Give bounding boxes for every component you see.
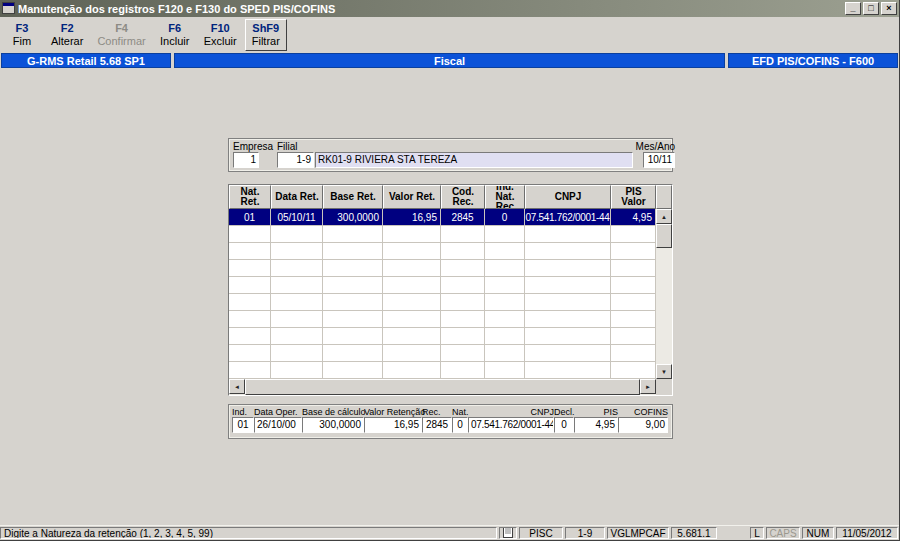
app-icon bbox=[2, 2, 15, 16]
app-product-label: G-RMS Retail 5.68 SP1 bbox=[1, 53, 171, 68]
toolbar-button-excluir[interactable]: F10 Excluir bbox=[198, 19, 243, 51]
toolbar-key: F4 bbox=[115, 22, 128, 35]
toolbar-key: F6 bbox=[168, 22, 181, 35]
app-header: G-RMS Retail 5.68 SP1 Fiscal EFD PIS/COF… bbox=[0, 53, 899, 68]
toolbar-key: F3 bbox=[16, 22, 29, 35]
empresa-column: Empresa 1 bbox=[233, 141, 273, 168]
nat-field[interactable]: 0 bbox=[452, 417, 468, 433]
toolbar-button-fim[interactable]: F3 Fim bbox=[1, 19, 43, 51]
editor-column: Decl. 0 bbox=[554, 407, 574, 433]
grid-column-header[interactable]: Data Ret. bbox=[271, 185, 323, 209]
toolbar-label: Excluir bbox=[204, 35, 237, 48]
record-editor: Ind. 01 Data Oper. 26/10/00 Base de cálc… bbox=[228, 404, 673, 439]
grid-column-header[interactable]: PIS Valor bbox=[611, 185, 656, 209]
maximize-button[interactable]: □ bbox=[863, 2, 879, 15]
scroll-up-button[interactable]: ▲ bbox=[656, 209, 672, 224]
scroll-left-button[interactable]: ◄ bbox=[229, 379, 245, 394]
grid-empty-row bbox=[229, 345, 656, 362]
vertical-scrollbar[interactable]: ▲ ▼ bbox=[656, 185, 672, 379]
cofins-label: COFINS bbox=[618, 407, 668, 417]
editor-column: COFINS 9,00 bbox=[618, 407, 668, 433]
data-oper-label: Data Oper. bbox=[254, 407, 302, 417]
records-grid: Nat. Ret. Data Ret. Base Ret. Valor Ret.… bbox=[228, 184, 673, 396]
statusbar: Digite a Natureza da retenção (1, 2, 3, … bbox=[0, 525, 900, 540]
scroll-right-button[interactable]: ► bbox=[640, 379, 656, 394]
scroll-down-button[interactable]: ▼ bbox=[656, 364, 672, 379]
cnpj-label: CNPJ bbox=[468, 407, 554, 417]
editor-column: Rec. 2845 bbox=[422, 407, 452, 433]
filial-code-field[interactable]: 1-9 bbox=[277, 152, 314, 168]
status-panel-module: PISC bbox=[519, 527, 563, 539]
valor-retencao-label: Valor Retenção bbox=[364, 407, 422, 417]
toolbar-label: Incluir bbox=[160, 35, 189, 48]
status-date: 11/05/2012 bbox=[836, 527, 898, 539]
grid-cell: 300,0000 bbox=[323, 209, 383, 226]
decl-label: Decl. bbox=[554, 407, 574, 417]
window-controls: _ □ × bbox=[845, 2, 897, 15]
editor-column: Nat. 0 bbox=[452, 407, 468, 433]
num-lock-indicator: NUM bbox=[802, 527, 834, 539]
empresa-label: Empresa bbox=[233, 141, 273, 152]
grid-empty-row bbox=[229, 294, 656, 311]
valor-retencao-field[interactable]: 16,95 bbox=[364, 417, 422, 433]
grid-cell: 07.541.762/0001-44 bbox=[525, 209, 611, 226]
rec-field[interactable]: 2845 bbox=[422, 417, 452, 433]
grid-empty-row bbox=[229, 226, 656, 243]
minimize-button[interactable]: _ bbox=[845, 2, 861, 15]
vertical-scroll-track[interactable] bbox=[656, 248, 672, 364]
toolbar-label: Confirmar bbox=[97, 35, 145, 48]
toolbar-label: Filtrar bbox=[252, 35, 280, 48]
base-calculo-label: Base de cálculo bbox=[302, 407, 364, 417]
cofins-field[interactable]: 9,00 bbox=[618, 417, 668, 433]
ind-field[interactable]: 01 bbox=[232, 417, 254, 433]
status-panel-user: VGLMPCAF bbox=[607, 527, 669, 539]
editor-column: Valor Retenção 16,95 bbox=[364, 407, 422, 433]
document-icon bbox=[503, 527, 513, 539]
titlebar: Manutenção dos registros F120 e F130 do … bbox=[0, 0, 899, 17]
mes-ano-field[interactable]: 10/11 bbox=[643, 152, 675, 168]
filial-column: Filial 1-9 RK01-9 RIVIERA STA TEREZA bbox=[277, 141, 633, 168]
grid-column-header[interactable]: Base Ret. bbox=[323, 185, 383, 209]
grid-cell: 0 bbox=[485, 209, 525, 226]
base-calculo-field[interactable]: 300,0000 bbox=[302, 417, 364, 433]
toolbar-button-filtrar[interactable]: ShF9 Filtrar bbox=[245, 19, 287, 51]
grid-cell: 2845 bbox=[441, 209, 485, 226]
toolbar-button-alterar[interactable]: F2 Alterar bbox=[45, 19, 89, 51]
toolbar-button-incluir[interactable]: F6 Incluir bbox=[154, 19, 196, 51]
editor-column: PIS 4,95 bbox=[574, 407, 618, 433]
grid-empty-row bbox=[229, 362, 656, 379]
filter-group: Empresa 1 Filial 1-9 RK01-9 RIVIERA STA … bbox=[228, 138, 673, 172]
close-button[interactable]: × bbox=[881, 2, 897, 15]
grid-column-header[interactable]: Cod. Rec. bbox=[441, 185, 485, 209]
horizontal-scrollbar[interactable]: ◄ ► bbox=[229, 379, 656, 395]
grid-header-cap bbox=[656, 185, 672, 209]
toolbar: F3 Fim F2 Alterar F4 Confirmar F6 Inclui… bbox=[0, 17, 899, 53]
window-title: Manutenção dos registros F120 e F130 do … bbox=[18, 3, 842, 15]
toolbar-button-confirmar: F4 Confirmar bbox=[91, 19, 151, 51]
status-filler bbox=[719, 527, 748, 539]
grid-row-selected[interactable]: 01 05/10/11 300,0000 16,95 2845 0 07.541… bbox=[229, 209, 656, 226]
grid-column-header[interactable]: Valor Ret. bbox=[383, 185, 441, 209]
decl-field[interactable]: 0 bbox=[554, 417, 574, 433]
editor-column: Ind. 01 bbox=[232, 407, 254, 433]
grid-empty-row bbox=[229, 277, 656, 294]
grid-empty-row bbox=[229, 260, 656, 277]
grid-column-header[interactable]: Nat. Ret. bbox=[229, 185, 271, 209]
empresa-field[interactable]: 1 bbox=[233, 152, 259, 168]
cnpj-field[interactable]: 07.541.762/0001-44 bbox=[468, 417, 554, 433]
pis-field[interactable]: 4,95 bbox=[574, 417, 618, 433]
grid-table: Nat. Ret. Data Ret. Base Ret. Valor Ret.… bbox=[229, 185, 656, 379]
grid-column-header[interactable]: CNPJ bbox=[525, 185, 611, 209]
data-oper-field[interactable]: 26/10/00 bbox=[254, 417, 302, 433]
grid-column-header[interactable]: Ind. Nat. Rec bbox=[485, 185, 525, 209]
toolbar-label: Alterar bbox=[51, 35, 83, 48]
vertical-scroll-thumb[interactable] bbox=[656, 224, 672, 248]
horizontal-scroll-thumb[interactable] bbox=[245, 379, 640, 395]
filial-name-field[interactable]: RK01-9 RIVIERA STA TEREZA bbox=[315, 152, 633, 168]
status-icon-panel bbox=[499, 527, 517, 539]
ind-label: Ind. bbox=[232, 407, 254, 417]
mes-ano-label: Mes/Ano bbox=[636, 141, 675, 152]
toolbar-key: F10 bbox=[211, 22, 230, 35]
status-message: Digite a Natureza da retenção (1, 2, 3, … bbox=[0, 527, 497, 539]
nat-label: Nat. bbox=[452, 407, 468, 417]
